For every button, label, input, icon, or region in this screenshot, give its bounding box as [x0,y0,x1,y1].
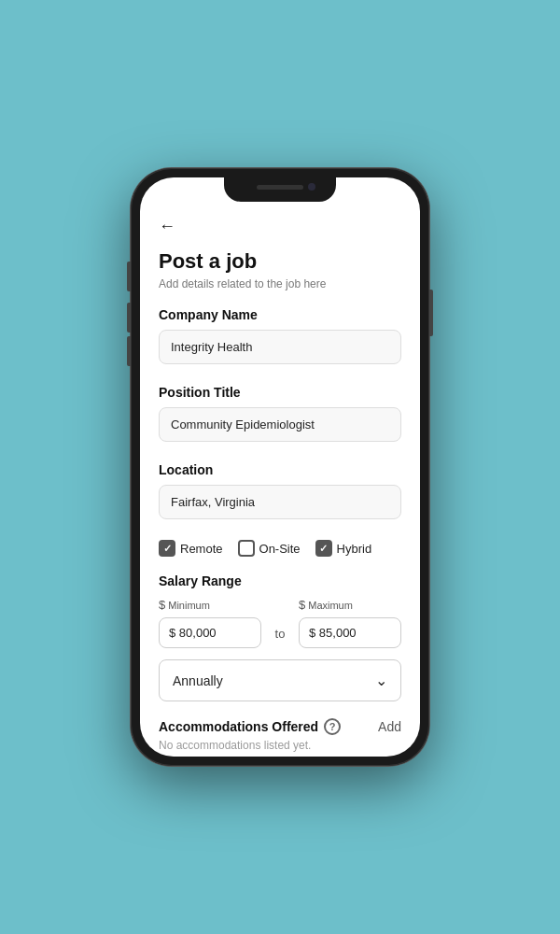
location-group: Location [159,462,401,534]
location-options-row: Remote On-Site Hybrid [159,540,401,557]
salary-labels-row: $ Minimum $ Maximum [159,598,401,612]
remote-option[interactable]: Remote [159,540,223,557]
onsite-label: On-Site [259,542,301,556]
accommodations-help-icon[interactable]: ? [324,718,341,735]
accommodations-title: Accommodations Offered [159,719,318,734]
max-salary-input[interactable] [309,626,391,640]
company-name-input[interactable] [159,330,401,364]
remote-label: Remote [180,542,223,556]
max-label: Maximum [308,600,353,611]
onsite-option[interactable]: On-Site [238,540,301,557]
accommodations-header: Accommodations Offered ? Add [159,718,401,735]
camera [308,183,315,191]
min-salary-wrapper [159,617,261,648]
company-name-group: Company Name [159,307,401,379]
min-salary-input[interactable] [169,626,251,640]
hybrid-option[interactable]: Hybrid [315,540,372,557]
remote-checkbox[interactable] [159,540,175,557]
min-salary-col [159,617,261,648]
speaker [257,185,303,190]
frequency-label: Annually [173,673,223,688]
position-title-input[interactable] [159,407,401,442]
back-button[interactable]: ← [159,213,175,240]
accommodations-empty-text: No accommodations listed yet. [159,739,401,752]
min-label: Minimum [168,600,210,611]
to-label: to [275,627,286,641]
frequency-dropdown[interactable]: Annually ⌄ [159,659,401,701]
location-input[interactable] [159,485,401,519]
max-salary-wrapper [299,617,401,648]
phone-screen: ← Post a job Add details related to the … [140,177,420,757]
back-arrow-icon: ← [159,217,175,236]
accommodations-title-row: Accommodations Offered ? [159,718,341,735]
page-title: Post a job [159,249,401,274]
hybrid-label: Hybrid [337,542,372,556]
phone-frame: ← Post a job Add details related to the … [131,168,429,766]
page-subtitle: Add details related to the job here [159,277,401,290]
max-currency-symbol: $ [299,598,305,612]
max-salary-col [299,617,401,648]
scroll-content: ← Post a job Add details related to the … [140,177,420,757]
position-title-label: Position Title [159,385,401,400]
accommodations-add-button[interactable]: Add [378,719,401,734]
onsite-checkbox[interactable] [238,540,255,557]
chevron-down-icon: ⌄ [375,672,387,689]
notch [224,177,336,202]
min-currency-symbol: $ [159,598,165,612]
location-label: Location [159,462,401,477]
company-name-label: Company Name [159,307,401,322]
salary-range-title: Salary Range [159,573,401,588]
position-title-group: Position Title [159,385,401,457]
hybrid-checkbox[interactable] [315,540,332,557]
salary-inputs-row: to [159,617,401,648]
